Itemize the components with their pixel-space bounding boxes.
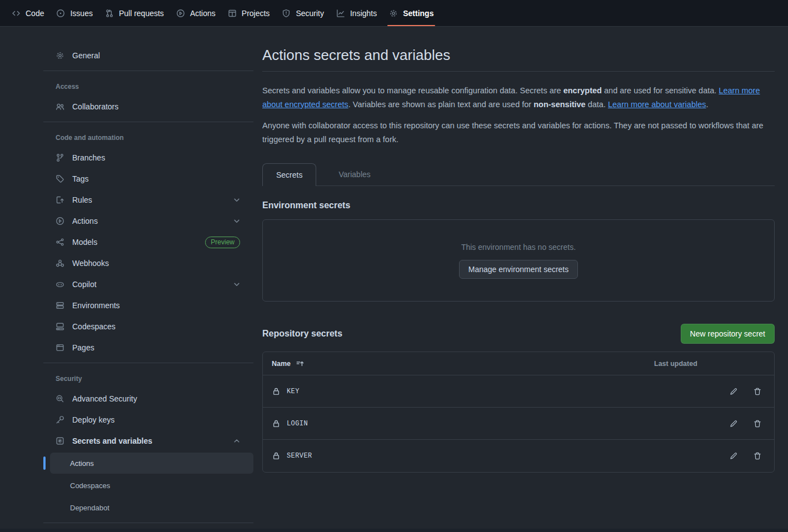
intro-bold-non-sensitive: non-sensitive: [533, 100, 585, 109]
nav-tab-actions[interactable]: Actions: [170, 0, 222, 26]
gear-icon: [389, 9, 398, 18]
name-column-header: Name: [272, 359, 654, 368]
new-repository-secret-button[interactable]: New repository secret: [681, 324, 775, 344]
sidebar-item-rules[interactable]: Rules: [43, 189, 253, 210]
sidebar-item-collaborators[interactable]: Collaborators: [43, 96, 253, 117]
secret-name: LOGIN: [287, 420, 308, 428]
sidebar-item-secrets-and-variables[interactable]: Secrets and variables: [43, 430, 253, 451]
sidebar-item-label: Webhooks: [72, 259, 109, 268]
people-icon: [56, 102, 64, 111]
sidebar-subitem-dependabot[interactable]: Dependabot: [50, 497, 253, 518]
environment-secrets-heading: Environment secrets: [262, 200, 775, 210]
divider: [43, 71, 253, 71]
chevron-down-icon: [232, 217, 241, 225]
repo-tab-nav: Code Issues Pull requests Actions Projec…: [0, 0, 788, 27]
sidebar-item-advanced-security[interactable]: Advanced Security: [43, 388, 253, 409]
last-updated-column-header: Last updated: [654, 360, 715, 368]
environments-icon: [56, 301, 64, 310]
intro-text: . Variables are shown as plain text and …: [348, 100, 533, 109]
pencil-icon[interactable]: [729, 387, 738, 396]
tab-variables[interactable]: Variables: [325, 163, 383, 185]
divider: [43, 363, 253, 363]
sort-asc-icon[interactable]: [296, 359, 305, 368]
trash-icon[interactable]: [753, 451, 762, 460]
sidebar-item-label: Codespaces: [72, 322, 116, 331]
preview-badge: Preview: [205, 237, 240, 248]
secrets-variables-tabs: Secrets Variables: [262, 163, 775, 186]
copilot-icon: [56, 280, 64, 289]
git-branch-icon: [56, 153, 64, 162]
nav-tab-label: Code: [26, 9, 44, 18]
code-icon: [12, 9, 21, 18]
divider: [262, 71, 775, 72]
sidebar-item-label: Environments: [72, 301, 120, 310]
link-variables[interactable]: Learn more about variables: [608, 100, 706, 109]
nav-tab-code[interactable]: Code: [6, 0, 50, 26]
rules-icon: [56, 195, 64, 204]
intro-text: Secrets and variables allow you to manag…: [262, 86, 563, 95]
secret-row: LOGIN: [263, 408, 774, 440]
trash-icon[interactable]: [753, 387, 762, 396]
play-icon: [176, 9, 185, 18]
nav-tab-label: Projects: [242, 9, 270, 18]
trash-icon[interactable]: [753, 419, 762, 428]
table-header-row: Name Last updated: [263, 352, 774, 375]
row-actions: [715, 451, 765, 460]
sidebar-item-label: Models: [72, 238, 97, 247]
nav-tab-pull-requests[interactable]: Pull requests: [99, 0, 170, 26]
repository-secrets-table: Name Last updated KEY LOGIN: [262, 352, 775, 473]
pencil-icon[interactable]: [729, 419, 738, 428]
chevron-down-icon: [232, 280, 241, 289]
lock-icon: [272, 387, 281, 396]
sidebar-item-label: Rules: [72, 195, 92, 204]
sidebar-subitem-actions[interactable]: Actions: [50, 453, 253, 474]
intro-text: and are used for sensitive data.: [602, 86, 719, 95]
tag-icon: [56, 174, 64, 183]
sidebar-item-actions[interactable]: Actions: [43, 210, 253, 232]
secret-name: KEY: [287, 388, 300, 395]
gear-icon: [56, 51, 64, 60]
sidebar-item-deploy-keys[interactable]: Deploy keys: [43, 409, 253, 430]
nav-tab-label: Settings: [403, 9, 433, 18]
nav-tab-projects[interactable]: Projects: [222, 0, 276, 26]
main-content: Actions secrets and variables Secrets an…: [262, 27, 775, 473]
nav-tab-security[interactable]: Security: [276, 0, 330, 26]
secret-name: SERVER: [287, 452, 312, 460]
sidebar-item-pages[interactable]: Pages: [43, 337, 253, 358]
codespaces-icon: [56, 322, 64, 331]
sidebar-item-copilot[interactable]: Copilot: [43, 274, 253, 295]
sidebar-subitem-label: Codespaces: [70, 481, 110, 490]
sidebar-item-branches[interactable]: Branches: [43, 147, 253, 168]
sidebar-subitem-codespaces[interactable]: Codespaces: [50, 475, 253, 496]
chevron-down-icon: [232, 195, 241, 204]
sidebar-subitem-label: Dependabot: [70, 504, 109, 512]
sidebar-item-label: Actions: [72, 217, 98, 225]
table-icon: [228, 9, 237, 18]
issue-opened-icon: [56, 9, 65, 18]
sidebar-item-environments[interactable]: Environments: [43, 295, 253, 316]
sidebar-item-codespaces[interactable]: Codespaces: [43, 316, 253, 337]
sidebar-item-webhooks[interactable]: Webhooks: [43, 253, 253, 274]
play-icon: [56, 217, 64, 225]
name-header-label: Name: [272, 360, 291, 368]
models-icon: [56, 238, 64, 247]
lock-icon: [272, 451, 281, 460]
manage-environment-secrets-button[interactable]: Manage environment secrets: [459, 260, 578, 279]
nav-tab-issues[interactable]: Issues: [50, 0, 98, 26]
nav-tab-settings[interactable]: Settings: [383, 0, 440, 26]
sidebar-item-label: Secrets and variables: [72, 436, 152, 445]
graph-icon: [336, 9, 345, 18]
nav-tab-label: Pull requests: [119, 9, 164, 18]
sidebar-item-tags[interactable]: Tags: [43, 168, 253, 189]
git-pull-request-icon: [105, 9, 114, 18]
tab-secrets[interactable]: Secrets: [262, 163, 316, 186]
shield-icon: [282, 9, 291, 18]
sidebar-item-general[interactable]: General: [43, 45, 253, 66]
chevron-up-icon: [232, 436, 241, 445]
sidebar-item-label: Deploy keys: [72, 415, 114, 424]
key-icon: [56, 415, 64, 424]
sidebar-item-label: Tags: [72, 174, 89, 183]
sidebar-item-models[interactable]: Models Preview: [43, 232, 253, 253]
nav-tab-insights[interactable]: Insights: [330, 0, 383, 26]
pencil-icon[interactable]: [729, 451, 738, 460]
